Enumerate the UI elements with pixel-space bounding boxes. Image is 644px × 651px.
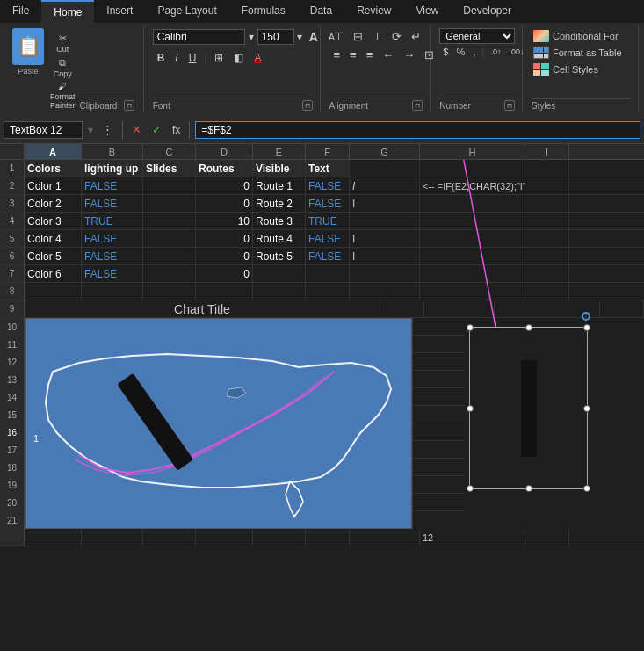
cell-a6[interactable]: Color 5 xyxy=(25,248,82,264)
underline-button[interactable]: U xyxy=(185,50,201,66)
cell-c4[interactable] xyxy=(143,213,196,229)
col-header-c[interactable]: C xyxy=(143,144,196,159)
cell-a1[interactable]: Colors xyxy=(25,160,82,177)
font-size-dropdown[interactable]: ▾ xyxy=(296,31,303,43)
handle-bm[interactable] xyxy=(525,485,532,492)
cell-f17[interactable] xyxy=(413,441,465,459)
cell-b20[interactable] xyxy=(82,529,143,546)
cell-h8[interactable] xyxy=(420,283,525,300)
formula-input[interactable] xyxy=(195,121,640,139)
percent-button[interactable]: % xyxy=(452,46,468,58)
font-expand[interactable]: ⊓ xyxy=(302,100,313,111)
cell-i1[interactable] xyxy=(525,160,569,177)
cell-f2[interactable]: FALSE xyxy=(306,177,350,194)
col-header-a[interactable]: A xyxy=(25,144,82,159)
cell-h5[interactable] xyxy=(420,230,525,247)
cell-i9[interactable] xyxy=(600,300,644,317)
cell-g2[interactable]: I xyxy=(350,177,420,194)
align-mid-button[interactable]: ⊟ xyxy=(349,28,367,45)
cell-g7[interactable] xyxy=(350,265,420,282)
cell-e8[interactable] xyxy=(253,283,306,300)
name-box[interactable] xyxy=(4,121,83,139)
comma-button[interactable]: , xyxy=(469,46,479,58)
handle-mr[interactable] xyxy=(583,405,590,412)
cell-a5[interactable]: Color 4 xyxy=(25,230,82,247)
cell-g4[interactable] xyxy=(350,213,420,229)
handle-tl[interactable] xyxy=(467,324,474,331)
cell-a2[interactable]: Color 1 xyxy=(25,177,82,194)
cell-f13[interactable] xyxy=(413,371,465,388)
cell-f1[interactable]: Text xyxy=(306,160,350,177)
cell-e20[interactable] xyxy=(253,529,306,546)
indent-left-button[interactable]: ← xyxy=(378,47,398,63)
cell-f18[interactable] xyxy=(413,459,465,476)
format-painter-button[interactable]: 🖌 Format Painter xyxy=(47,81,78,111)
cell-f14[interactable] xyxy=(413,388,465,406)
cell-f11[interactable] xyxy=(413,336,465,353)
tab-page-layout[interactable]: Page Layout xyxy=(145,0,228,23)
col-header-g[interactable]: G xyxy=(350,144,420,159)
cell-h20[interactable]: 12 xyxy=(420,529,525,546)
cell-d3[interactable]: 0 xyxy=(196,195,253,212)
border-button[interactable]: ⊞ xyxy=(210,50,228,66)
cell-d5[interactable]: 0 xyxy=(196,230,253,247)
chart-area[interactable]: 1 xyxy=(25,318,412,529)
cell-i7[interactable] xyxy=(525,265,569,282)
copy-button[interactable]: ⧉ Copy xyxy=(47,56,78,79)
cell-a7[interactable]: Color 6 xyxy=(25,265,82,282)
cell-c6[interactable] xyxy=(143,248,196,264)
cell-f10[interactable] xyxy=(413,318,465,336)
cell-d7[interactable]: 0 xyxy=(196,265,253,282)
cell-g8[interactable] xyxy=(350,283,420,300)
cell-i2[interactable] xyxy=(525,177,569,194)
cell-f6[interactable]: FALSE xyxy=(306,248,350,264)
cell-f4[interactable]: TRUE xyxy=(306,213,350,229)
tab-review[interactable]: Review xyxy=(344,0,403,23)
cell-e5[interactable]: Route 4 xyxy=(253,230,306,247)
cell-i20[interactable] xyxy=(525,529,569,546)
cell-g20[interactable] xyxy=(350,529,420,546)
col-header-i[interactable]: I xyxy=(525,144,569,159)
options-button[interactable]: ⋮ xyxy=(98,123,117,136)
cell-b2[interactable]: FALSE xyxy=(82,177,143,194)
tab-insert[interactable]: Insert xyxy=(94,0,145,23)
cell-g9[interactable] xyxy=(424,300,495,317)
cell-f21[interactable] xyxy=(413,511,465,529)
col-header-f[interactable]: F xyxy=(306,144,350,159)
orient-button[interactable]: ⟳ xyxy=(387,28,406,45)
cell-styles-button[interactable]: Cell Styles xyxy=(532,61,631,77)
textbox-border[interactable] xyxy=(469,327,588,489)
cell-h1[interactable] xyxy=(420,160,525,177)
cell-g1[interactable] xyxy=(350,160,420,177)
number-format-dropdown[interactable]: General xyxy=(439,28,515,44)
cell-f5[interactable]: FALSE xyxy=(306,230,350,247)
font-grow-button[interactable]: A xyxy=(305,28,322,46)
col-header-h[interactable]: H xyxy=(420,144,525,159)
cell-b7[interactable]: FALSE xyxy=(82,265,143,282)
currency-button[interactable]: $ xyxy=(439,46,452,58)
align-center-button[interactable]: ≡ xyxy=(345,47,361,63)
cell-d2[interactable]: 0 xyxy=(196,177,253,194)
cell-b8[interactable] xyxy=(82,283,143,300)
cell-e2[interactable]: Route 1 xyxy=(253,177,306,194)
tab-file[interactable]: File xyxy=(0,0,41,23)
cell-i3[interactable] xyxy=(525,195,569,212)
cell-c7[interactable] xyxy=(143,265,196,282)
cell-c8[interactable] xyxy=(143,283,196,300)
cell-f20b[interactable] xyxy=(306,529,350,546)
align-top-button[interactable]: ⊤ xyxy=(329,28,348,45)
tab-home[interactable]: Home xyxy=(41,0,94,23)
cell-e6[interactable]: Route 5 xyxy=(253,248,306,264)
fill-color-button[interactable]: ◧ xyxy=(229,50,248,66)
handle-tm[interactable] xyxy=(525,324,532,331)
confirm-button[interactable]: ✓ xyxy=(148,123,165,136)
cell-c3[interactable] xyxy=(143,195,196,212)
cell-b6[interactable]: FALSE xyxy=(82,248,143,264)
cell-f20[interactable] xyxy=(413,494,465,511)
cell-i4[interactable] xyxy=(525,213,569,229)
cell-f15[interactable] xyxy=(413,406,465,423)
format-as-table-button[interactable]: Format as Table xyxy=(532,45,631,61)
cell-a8[interactable] xyxy=(25,283,82,300)
wrap-button[interactable]: ↵ xyxy=(407,28,425,45)
cut-button[interactable]: ✂ Cut xyxy=(47,32,78,54)
